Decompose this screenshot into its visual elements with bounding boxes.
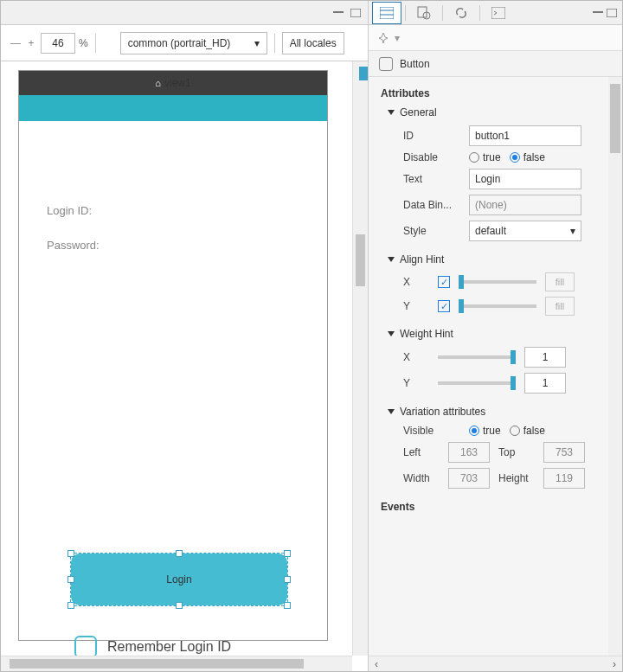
left-input[interactable] <box>448 442 490 463</box>
resize-handle-bm[interactable] <box>176 602 183 609</box>
disable-label: Disable <box>403 151 460 163</box>
width-label: Width <box>403 472 441 484</box>
svg-rect-0 <box>333 11 344 13</box>
tab-attributes[interactable] <box>372 2 401 24</box>
databinding-input[interactable] <box>469 195 581 215</box>
group-weighthint-toggle[interactable]: Weight Hint <box>388 328 610 340</box>
view-titlebar: ⌂ view1 <box>19 71 327 95</box>
pin-icon[interactable] <box>377 32 389 44</box>
style-label: Style <box>403 225 460 237</box>
height-input[interactable] <box>543 468 585 489</box>
svg-rect-7 <box>491 7 505 19</box>
weight-x-input[interactable] <box>524 347 566 368</box>
tab-console[interactable] <box>484 2 513 24</box>
caret-down-icon <box>388 257 395 262</box>
zoom-out-button[interactable]: — <box>10 37 22 49</box>
group-general-toggle[interactable]: General <box>388 106 610 118</box>
style-select[interactable]: default ▾ <box>469 221 581 241</box>
layout-select[interactable]: common (portrait_HD) ▾ <box>120 32 267 54</box>
weight-y-input[interactable] <box>524 373 566 394</box>
disable-false-radio[interactable]: false <box>510 151 545 163</box>
login-button-label: Login <box>166 573 191 586</box>
minimize-icon[interactable] <box>331 7 345 19</box>
resize-handle-br[interactable] <box>284 602 291 609</box>
radio-label: true <box>483 151 501 163</box>
weight-x-slider[interactable] <box>438 355 516 359</box>
design-editor-pane: — + % common (portrait_HD) ▾ All locales… <box>1 1 369 671</box>
login-button[interactable]: Login <box>71 554 287 605</box>
design-canvas[interactable]: ⌂ view1 Login ID: Password: Login <box>1 61 368 671</box>
svg-rect-8 <box>593 11 603 13</box>
text-input[interactable] <box>469 169 581 189</box>
align-y-slider[interactable] <box>459 304 536 308</box>
group-alignhint-title: Align Hint <box>400 253 444 266</box>
design-toolbar: — + % common (portrait_HD) ▾ All locales <box>1 25 368 61</box>
visible-true-radio[interactable]: true <box>469 425 501 437</box>
maximize-icon[interactable] <box>605 7 619 19</box>
databinding-label: Data Bin... <box>403 199 460 211</box>
svg-rect-9 <box>607 9 617 17</box>
align-x-checkbox[interactable] <box>438 276 450 288</box>
device-frame: ⌂ view1 Login ID: Password: Login <box>18 70 328 641</box>
text-label: Text <box>403 173 460 185</box>
visible-false-radio[interactable]: false <box>510 425 545 437</box>
locale-button[interactable]: All locales <box>282 32 344 54</box>
button-type-icon <box>379 57 393 71</box>
chevron-down-icon[interactable]: ▾ <box>395 32 400 44</box>
resize-handle-tl[interactable] <box>67 550 74 557</box>
view-title: view1 <box>164 77 191 89</box>
group-alignhint-toggle[interactable]: Align Hint <box>388 253 610 266</box>
attributes-section-title: Attributes <box>381 87 610 99</box>
properties-vertical-scrollbar[interactable] <box>608 77 622 656</box>
remember-label: Remember Login ID <box>107 639 231 655</box>
resize-handle-bl[interactable] <box>67 602 74 609</box>
maximize-icon[interactable] <box>349 7 363 19</box>
style-select-value: default <box>475 225 506 237</box>
tab-search[interactable] <box>409 2 439 24</box>
weight-y-slider[interactable] <box>438 381 516 385</box>
weight-x-label: X <box>403 351 429 363</box>
align-y-fill-button[interactable]: fill <box>545 297 575 316</box>
caret-down-icon <box>388 409 395 414</box>
home-icon: ⌂ <box>155 78 161 88</box>
visible-label: Visible <box>403 425 460 437</box>
zoom-in-button[interactable]: + <box>25 37 37 49</box>
canvas-vertical-scrollbar[interactable] <box>352 61 368 656</box>
properties-horizontal-scrollbar[interactable]: ‹ › <box>369 656 622 671</box>
disable-true-radio[interactable]: true <box>469 151 501 163</box>
canvas-horizontal-scrollbar[interactable] <box>1 656 352 671</box>
group-alignhint: Align Hint X fill Y fill <box>388 253 610 316</box>
zoom-unit-label: % <box>79 37 88 49</box>
resize-handle-mr[interactable] <box>284 576 291 583</box>
width-input[interactable] <box>448 468 490 489</box>
group-variation-toggle[interactable]: Variation attributes <box>388 406 610 418</box>
group-general-title: General <box>400 106 437 118</box>
zoom-input[interactable] <box>41 33 75 54</box>
align-x-fill-button[interactable]: fill <box>545 272 575 291</box>
svg-rect-2 <box>380 7 394 19</box>
resize-handle-tm[interactable] <box>176 550 183 557</box>
password-label: Password: <box>47 239 100 252</box>
scroll-right-icon[interactable]: › <box>607 656 622 671</box>
selection-type-label: Button <box>400 58 430 70</box>
properties-body: Attributes General ID Disable true false <box>369 77 622 656</box>
align-y-label: Y <box>403 300 429 312</box>
device-body[interactable]: Login ID: Password: Login <box>19 121 327 640</box>
align-y-checkbox[interactable] <box>438 300 450 312</box>
layout-select-value: common (portrait_HD) <box>128 37 231 49</box>
group-weighthint-title: Weight Hint <box>400 328 453 340</box>
left-label: Left <box>403 446 441 458</box>
selected-element[interactable]: Login <box>71 554 287 605</box>
tab-link[interactable] <box>446 2 476 24</box>
resize-handle-tr[interactable] <box>284 550 291 557</box>
align-x-slider[interactable] <box>459 280 536 284</box>
top-input[interactable] <box>543 442 585 463</box>
top-label: Top <box>498 446 536 458</box>
minimize-icon[interactable] <box>591 7 605 19</box>
collapse-handle[interactable] <box>359 67 368 80</box>
resize-handle-ml[interactable] <box>67 576 74 583</box>
id-input[interactable] <box>469 125 581 146</box>
height-label: Height <box>498 472 536 484</box>
scroll-left-icon[interactable]: ‹ <box>369 656 384 671</box>
svg-rect-1 <box>350 9 361 17</box>
